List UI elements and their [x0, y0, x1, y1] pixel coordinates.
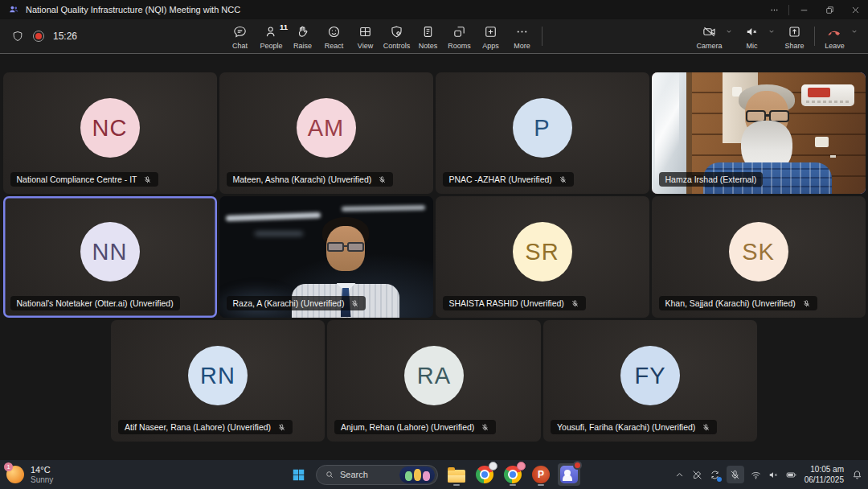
- titlebar-divider: [788, 5, 789, 15]
- participant-name: Atif Naseer, Rana (Lahore) (Unverified): [125, 422, 271, 432]
- tray-mic-muted-button[interactable]: [727, 466, 744, 483]
- weather-widget[interactable]: 1 14°C Sunny: [6, 465, 53, 484]
- react-button[interactable]: React: [318, 19, 350, 53]
- teams-notification-badge: [573, 461, 582, 470]
- more-button[interactable]: More: [506, 19, 538, 53]
- weather-temperature: 14°C: [31, 465, 53, 475]
- system-tray: 10:05 am 06/11/2025: [674, 464, 863, 485]
- participant-tile[interactable]: P PNAC -AZHAR (Unverified): [436, 72, 649, 194]
- tray-wifi-button[interactable]: [750, 469, 762, 481]
- mic-muted-icon: [378, 175, 387, 184]
- camera-label: Camera: [696, 42, 722, 50]
- notes-button[interactable]: Notes: [412, 19, 444, 53]
- participant-tile[interactable]: AM Mateen, Ashna (Karachi) (Unverified): [219, 72, 433, 194]
- raise-button[interactable]: Raise: [287, 19, 318, 53]
- windows-taskbar: 1 14°C Sunny Search P: [0, 460, 868, 489]
- titlebar-more-button[interactable]: [761, 0, 787, 19]
- recording-indicator-icon[interactable]: [33, 31, 44, 42]
- participant-name: Raza, A (Karachi) (Unverified): [233, 298, 345, 308]
- camera-chevron-button[interactable]: [725, 19, 736, 53]
- toolbar-divider-2: [814, 27, 815, 46]
- search-icon: [325, 470, 334, 479]
- air-conditioner: [801, 84, 854, 106]
- mic-chevron-button[interactable]: [768, 19, 779, 53]
- wifi-icon: [750, 469, 762, 481]
- notification-bell-button[interactable]: [851, 469, 863, 481]
- participant-name-label: Hamza Irshad (External): [659, 172, 764, 187]
- taskbar-powerpoint[interactable]: P: [530, 463, 552, 486]
- camera-icon: [702, 24, 717, 39]
- leave-button[interactable]: Leave: [819, 19, 850, 53]
- participant-avatar: FY: [620, 346, 680, 405]
- minimize-icon: [799, 5, 809, 15]
- participant-avatar: RN: [188, 346, 248, 405]
- taskbar-chrome-1[interactable]: [473, 463, 496, 486]
- leave-chevron-button[interactable]: [850, 19, 862, 53]
- participant-name-label: Raza, A (Karachi) (Unverified): [227, 296, 366, 310]
- clock-date: 06/11/2025: [805, 475, 844, 485]
- people-label: People: [260, 42, 283, 50]
- participant-name: Khan, Sajjad (Karachi) (Unverified): [665, 298, 796, 308]
- participant-tile-video[interactable]: Hamza Irshad (External): [652, 72, 866, 194]
- chat-icon: [232, 24, 248, 39]
- participant-avatar: SK: [729, 222, 788, 281]
- participant-name: Anjum, Rehan (Lahore) (Unverified): [341, 422, 474, 432]
- close-button[interactable]: [842, 0, 868, 19]
- glasses: [327, 242, 344, 252]
- mic-muted-icon: [481, 423, 489, 432]
- clock-time: 10:05 am: [805, 464, 844, 475]
- view-button[interactable]: View: [350, 19, 381, 53]
- participant-avatar: NC: [80, 98, 140, 158]
- share-button[interactable]: Share: [779, 19, 810, 53]
- participant-tile[interactable]: RA Anjum, Rehan (Lahore) (Unverified): [327, 320, 541, 442]
- participant-name-label: PNAC -AZHAR (Unverified): [443, 172, 574, 187]
- participant-tile[interactable]: NN National's Notetaker (Otter.ai) (Unve…: [3, 196, 217, 318]
- people-count-badge: 11: [280, 23, 288, 31]
- taskbar-teams-active[interactable]: [558, 463, 580, 486]
- leave-label: Leave: [825, 42, 845, 50]
- participant-tile-video[interactable]: Raza, A (Karachi) (Unverified): [219, 196, 433, 318]
- chevron-down-icon: [725, 27, 733, 35]
- mic-button[interactable]: Mic: [736, 19, 768, 53]
- taskbar-chrome-2[interactable]: [502, 463, 524, 486]
- tray-sync-button[interactable]: [709, 469, 721, 481]
- titlebar: National Quality Infrastructure (NQI) Me…: [0, 0, 868, 19]
- pen-disabled-icon: [691, 469, 703, 481]
- participant-name: Mateen, Ashna (Karachi) (Unverified): [233, 175, 372, 184]
- tray-pen-disabled-button[interactable]: [691, 469, 703, 481]
- mic-muted-icon: [802, 299, 811, 308]
- chat-button[interactable]: Chat: [224, 19, 256, 53]
- close-icon: [850, 5, 861, 15]
- participant-tile[interactable]: RN Atif Naseer, Rana (Lahore) (Unverifie…: [111, 320, 325, 442]
- participant-tile[interactable]: SR SHAISTA RASHID (Unverified): [436, 196, 649, 318]
- participant-avatar: SR: [513, 222, 572, 281]
- sync-status-dot: [717, 477, 722, 482]
- taskbar-file-explorer[interactable]: [445, 463, 468, 486]
- minimize-button[interactable]: [791, 0, 817, 19]
- controls-button[interactable]: Controls: [381, 19, 412, 53]
- participant-tile[interactable]: FY Yousufi, Fariha (Karachi) (Unverified…: [543, 320, 757, 442]
- react-icon: [326, 24, 342, 39]
- clock[interactable]: 10:05 am 06/11/2025: [805, 464, 844, 485]
- participant-name-label: Mateen, Ashna (Karachi) (Unverified): [227, 172, 394, 187]
- apps-button[interactable]: Apps: [475, 19, 506, 53]
- rooms-button[interactable]: Rooms: [444, 19, 475, 53]
- mic-muted-icon: [571, 299, 579, 308]
- tray-chevron-up-button[interactable]: [674, 469, 686, 481]
- search-box[interactable]: Search: [316, 465, 438, 485]
- participant-tile[interactable]: NC National Compliance Centre - IT: [3, 72, 217, 194]
- chrome-badge: [489, 462, 497, 471]
- tray-battery-button[interactable]: [785, 469, 797, 481]
- raise-icon: [295, 24, 310, 39]
- raise-label: Raise: [293, 42, 312, 50]
- people-button[interactable]: 11 People: [256, 19, 287, 53]
- tray-volume-muted-button[interactable]: [768, 469, 780, 481]
- controls-label: Controls: [383, 42, 411, 50]
- participant-name: National's Notetaker (Otter.ai) (Unverif…: [17, 298, 174, 308]
- maximize-button[interactable]: [817, 0, 842, 19]
- windows-logo-icon: [291, 467, 306, 483]
- mic-label: Mic: [747, 42, 758, 50]
- participant-tile[interactable]: SK Khan, Sajjad (Karachi) (Unverified): [652, 196, 866, 318]
- start-button[interactable]: [288, 464, 309, 485]
- camera-button[interactable]: Camera: [694, 19, 725, 53]
